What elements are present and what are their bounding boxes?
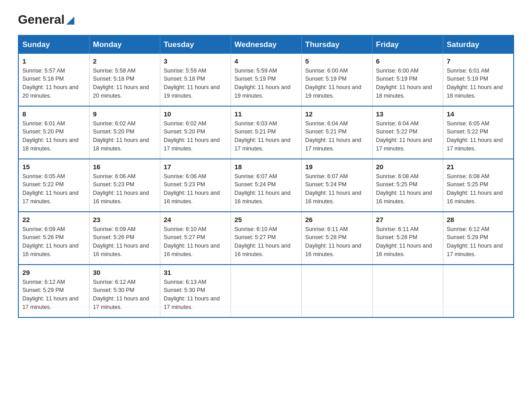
header-saturday: Saturday [443, 35, 514, 54]
day-info: Sunrise: 6:06 AMSunset: 5:23 PMDaylight:… [93, 172, 156, 206]
week-row-2: 8Sunrise: 6:01 AMSunset: 5:20 PMDaylight… [18, 106, 514, 159]
calendar-cell: 31Sunrise: 6:13 AMSunset: 5:30 PMDayligh… [160, 265, 231, 317]
calendar-cell [443, 265, 514, 317]
calendar-cell: 25Sunrise: 6:10 AMSunset: 5:27 PMDayligh… [231, 212, 301, 265]
calendar-cell [301, 265, 372, 317]
day-number: 28 [447, 216, 510, 223]
day-number: 24 [164, 216, 227, 223]
day-info: Sunrise: 6:11 AMSunset: 5:28 PMDaylight:… [305, 225, 369, 259]
day-number: 22 [22, 216, 86, 223]
day-info: Sunrise: 6:07 AMSunset: 5:24 PMDaylight:… [235, 172, 298, 206]
calendar-cell: 4Sunrise: 5:59 AMSunset: 5:19 PMDaylight… [231, 54, 301, 106]
calendar-cell: 2Sunrise: 5:58 AMSunset: 5:18 PMDaylight… [89, 54, 160, 106]
day-info: Sunrise: 6:12 AMSunset: 5:29 PMDaylight:… [447, 225, 510, 259]
day-number: 9 [93, 110, 156, 118]
calendar-cell: 13Sunrise: 6:04 AMSunset: 5:22 PMDayligh… [372, 106, 443, 159]
header-sunday: Sunday [18, 35, 89, 54]
day-number: 3 [164, 57, 227, 65]
day-info: Sunrise: 6:05 AMSunset: 5:22 PMDaylight:… [22, 172, 86, 206]
page-header: General [18, 13, 514, 26]
calendar-cell [231, 265, 301, 317]
calendar-cell: 15Sunrise: 6:05 AMSunset: 5:22 PMDayligh… [18, 159, 89, 212]
day-number: 27 [376, 216, 439, 223]
day-info: Sunrise: 6:09 AMSunset: 5:26 PMDaylight:… [93, 225, 156, 259]
day-info: Sunrise: 6:01 AMSunset: 5:19 PMDaylight:… [447, 67, 510, 100]
day-info: Sunrise: 6:06 AMSunset: 5:23 PMDaylight:… [164, 172, 227, 206]
day-number: 11 [235, 110, 298, 118]
calendar-cell: 10Sunrise: 6:02 AMSunset: 5:20 PMDayligh… [160, 106, 231, 159]
calendar-cell: 14Sunrise: 6:05 AMSunset: 5:22 PMDayligh… [443, 106, 514, 159]
day-info: Sunrise: 5:59 AMSunset: 5:19 PMDaylight:… [235, 67, 298, 100]
calendar-cell: 28Sunrise: 6:12 AMSunset: 5:29 PMDayligh… [443, 212, 514, 265]
header-thursday: Thursday [301, 35, 372, 54]
week-row-4: 22Sunrise: 6:09 AMSunset: 5:26 PMDayligh… [18, 212, 514, 265]
calendar-cell: 26Sunrise: 6:11 AMSunset: 5:28 PMDayligh… [301, 212, 372, 265]
day-number: 4 [235, 57, 298, 65]
day-info: Sunrise: 6:08 AMSunset: 5:25 PMDaylight:… [376, 172, 439, 206]
calendar-cell: 6Sunrise: 6:00 AMSunset: 5:19 PMDaylight… [372, 54, 443, 106]
day-number: 26 [305, 216, 369, 223]
calendar-cell: 24Sunrise: 6:10 AMSunset: 5:27 PMDayligh… [160, 212, 231, 265]
day-number: 17 [164, 163, 227, 171]
day-number: 7 [447, 57, 510, 65]
calendar-cell [372, 265, 443, 317]
day-number: 18 [235, 163, 298, 171]
day-info: Sunrise: 6:00 AMSunset: 5:19 PMDaylight:… [376, 67, 439, 100]
day-number: 29 [22, 269, 86, 276]
day-info: Sunrise: 6:12 AMSunset: 5:30 PMDaylight:… [93, 278, 156, 312]
logo-triangle-icon [66, 14, 74, 27]
day-number: 14 [447, 110, 510, 118]
day-info: Sunrise: 6:04 AMSunset: 5:22 PMDaylight:… [376, 120, 439, 153]
header-friday: Friday [372, 35, 443, 54]
day-info: Sunrise: 6:04 AMSunset: 5:21 PMDaylight:… [305, 120, 369, 153]
day-info: Sunrise: 5:58 AMSunset: 5:18 PMDaylight:… [93, 67, 156, 100]
day-number: 30 [93, 269, 156, 276]
calendar-cell: 22Sunrise: 6:09 AMSunset: 5:26 PMDayligh… [18, 212, 89, 265]
day-info: Sunrise: 6:02 AMSunset: 5:20 PMDaylight:… [93, 120, 156, 153]
calendar-cell: 17Sunrise: 6:06 AMSunset: 5:23 PMDayligh… [160, 159, 231, 212]
day-number: 25 [235, 216, 298, 223]
day-number: 13 [376, 110, 439, 118]
day-number: 5 [305, 57, 369, 65]
day-number: 16 [93, 163, 156, 171]
day-number: 19 [305, 163, 369, 171]
calendar-cell: 8Sunrise: 6:01 AMSunset: 5:20 PMDaylight… [18, 106, 89, 159]
day-info: Sunrise: 6:13 AMSunset: 5:30 PMDaylight:… [164, 278, 227, 312]
calendar-cell: 29Sunrise: 6:12 AMSunset: 5:29 PMDayligh… [18, 265, 89, 317]
day-number: 20 [376, 163, 439, 171]
calendar-cell: 20Sunrise: 6:08 AMSunset: 5:25 PMDayligh… [372, 159, 443, 212]
calendar-cell: 19Sunrise: 6:07 AMSunset: 5:24 PMDayligh… [301, 159, 372, 212]
calendar-cell: 21Sunrise: 6:08 AMSunset: 5:25 PMDayligh… [443, 159, 514, 212]
day-info: Sunrise: 6:02 AMSunset: 5:20 PMDaylight:… [164, 120, 227, 153]
day-number: 15 [22, 163, 86, 171]
header-monday: Monday [89, 35, 160, 54]
day-info: Sunrise: 6:08 AMSunset: 5:25 PMDaylight:… [447, 172, 510, 206]
day-info: Sunrise: 6:00 AMSunset: 5:19 PMDaylight:… [305, 67, 369, 100]
week-row-5: 29Sunrise: 6:12 AMSunset: 5:29 PMDayligh… [18, 265, 514, 317]
day-number: 8 [22, 110, 86, 118]
calendar-cell: 5Sunrise: 6:00 AMSunset: 5:19 PMDaylight… [301, 54, 372, 106]
day-number: 6 [376, 57, 439, 65]
day-info: Sunrise: 6:01 AMSunset: 5:20 PMDaylight:… [22, 120, 86, 153]
calendar-header-row: SundayMondayTuesdayWednesdayThursdayFrid… [18, 35, 514, 54]
day-number: 2 [93, 57, 156, 65]
logo-general: General [18, 13, 74, 27]
day-number: 10 [164, 110, 227, 118]
calendar-cell: 1Sunrise: 5:57 AMSunset: 5:18 PMDaylight… [18, 54, 89, 106]
calendar-cell: 12Sunrise: 6:04 AMSunset: 5:21 PMDayligh… [301, 106, 372, 159]
day-number: 23 [93, 216, 156, 223]
day-info: Sunrise: 6:12 AMSunset: 5:29 PMDaylight:… [22, 278, 86, 312]
svg-marker-0 [66, 17, 74, 25]
header-wednesday: Wednesday [231, 35, 301, 54]
day-number: 21 [447, 163, 510, 171]
day-info: Sunrise: 5:59 AMSunset: 5:18 PMDaylight:… [164, 67, 227, 100]
calendar-cell: 16Sunrise: 6:06 AMSunset: 5:23 PMDayligh… [89, 159, 160, 212]
day-number: 1 [22, 57, 86, 65]
week-row-3: 15Sunrise: 6:05 AMSunset: 5:22 PMDayligh… [18, 159, 514, 212]
logo: General [18, 13, 74, 26]
day-info: Sunrise: 6:03 AMSunset: 5:21 PMDaylight:… [235, 120, 298, 153]
day-number: 12 [305, 110, 369, 118]
day-number: 31 [164, 269, 227, 276]
day-info: Sunrise: 6:09 AMSunset: 5:26 PMDaylight:… [22, 225, 86, 259]
calendar-cell: 9Sunrise: 6:02 AMSunset: 5:20 PMDaylight… [89, 106, 160, 159]
